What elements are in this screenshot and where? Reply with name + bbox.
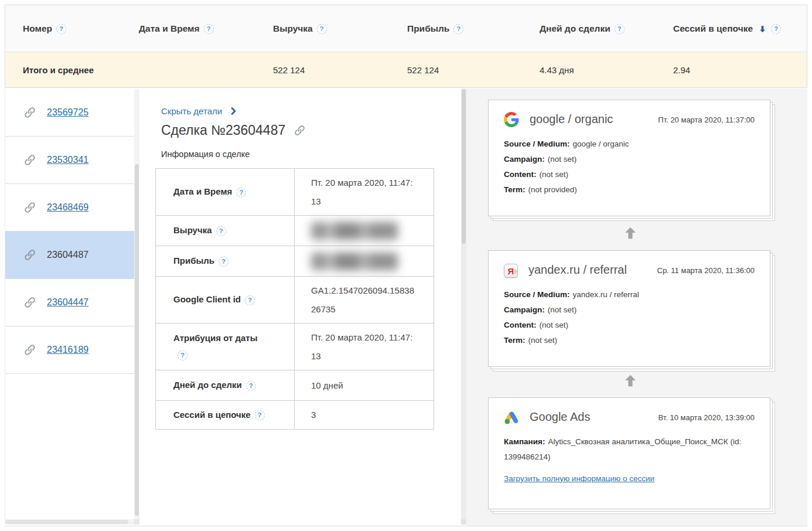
row-value: 10 дней [311, 376, 343, 395]
deal-list-item[interactable]: 23530341 [5, 137, 134, 184]
link-icon[interactable] [23, 106, 36, 119]
row-label: Атрибуция от даты [173, 333, 257, 343]
sidebar-hscrollbar-thumb[interactable] [5, 520, 128, 524]
help-icon[interactable]: ? [615, 24, 625, 34]
field-value: (not set) [540, 170, 569, 179]
field-value: (not set) [528, 336, 558, 345]
session-date: Пт. 20 марта 2020, 11:37:00 [658, 115, 755, 124]
row-label: Прибыль [173, 256, 214, 266]
deal-list-sidebar: 23569725 23530341 23468469 23604487 2360… [5, 89, 134, 519]
field-colon: : [534, 321, 537, 329]
column-header-profit[interactable]: Прибыль ? [407, 5, 463, 52]
link-icon[interactable] [23, 343, 36, 356]
sidebar-scrollbar-thumb[interactable] [135, 164, 139, 516]
redacted-value [311, 222, 398, 240]
summary-profit: 522 124 [407, 52, 439, 87]
google-logo-icon [504, 112, 519, 127]
field-colon: : [567, 139, 570, 148]
session-field: Term:(not set) [504, 333, 755, 348]
deal-list-item[interactable]: 23569725 [5, 89, 134, 137]
help-icon[interactable]: ? [236, 188, 246, 198]
row-label: Дней до сделки [173, 380, 242, 390]
column-header-days-to-deal[interactable]: Дней до сделки ? [540, 5, 625, 52]
deal-subtitle: Информация о сделке [161, 149, 250, 159]
session-card-google-organic: google / organic Пт. 20 марта 2020, 11:3… [488, 100, 770, 216]
field-label: Content [504, 170, 534, 179]
row-value: GA1.2.1547026094.1583826735 [311, 281, 417, 318]
hide-details-label: Скрыть детали [161, 106, 222, 116]
help-icon[interactable]: ? [246, 381, 256, 391]
link-icon[interactable] [23, 154, 36, 166]
help-icon[interactable]: ? [216, 226, 226, 236]
column-header-revenue[interactable]: Выручка ? [273, 5, 327, 52]
summary-label: Итого и среднее [23, 52, 94, 87]
column-label: Сессий в цепочке [673, 23, 753, 34]
field-colon: : [523, 185, 526, 194]
help-icon[interactable]: ? [453, 24, 463, 34]
help-icon[interactable]: ? [56, 24, 66, 34]
field-colon: : [543, 437, 545, 446]
session-field: Term:(not provided) [504, 182, 755, 198]
link-icon[interactable] [294, 124, 306, 137]
help-icon[interactable]: ? [255, 410, 265, 420]
help-icon[interactable]: ? [317, 24, 327, 34]
column-label: Выручка [273, 23, 313, 34]
deal-number-link[interactable]: 23416189 [47, 345, 88, 355]
detail-scrollbar-thumb[interactable] [462, 89, 466, 244]
field-label: Campaign [504, 305, 542, 314]
deal-number-link[interactable]: 23530341 [47, 155, 88, 165]
field-colon: : [523, 336, 526, 345]
session-field: Source / Medium:yandex.ru / referral [504, 287, 755, 302]
field-label: Кампания [504, 437, 543, 446]
arrow-up-icon [623, 226, 638, 241]
arrow-up-icon [623, 373, 638, 389]
row-label: Google Client id [173, 294, 241, 304]
help-icon[interactable]: ? [219, 257, 228, 267]
link-icon[interactable] [23, 296, 36, 309]
help-icon[interactable]: ? [245, 295, 255, 305]
column-header-sessions-in-chain[interactable]: Сессий в цепочке ? [673, 5, 781, 52]
deal-list-item-selected[interactable]: 23604487 [5, 232, 134, 279]
deal-number-link[interactable]: 23604447 [47, 297, 88, 308]
session-card-header: Google Ads Вт. 10 марта 2020, 13:39:00 [504, 410, 755, 425]
sidebar-scrollbar-track[interactable] [134, 89, 139, 519]
summary-days-to-deal: 4.43 дня [540, 52, 574, 87]
deal-analytics-page: Номер ? Дата и Время ? Выручка ? Прибыль… [0, 0, 812, 531]
session-field: Кампания:Alytics_Сквозная аналитика_Общи… [504, 434, 755, 465]
field-value: (not set) [548, 155, 577, 164]
field-label: Source / Medium [504, 290, 567, 299]
sidebar-hscrollbar-track[interactable] [5, 519, 134, 525]
link-icon[interactable] [23, 201, 36, 214]
deal-list-item[interactable]: 23416189 [5, 326, 134, 374]
field-colon: : [567, 290, 570, 299]
deal-list-item[interactable]: 23604447 [5, 279, 134, 326]
scrollbar-corner [461, 519, 466, 525]
detail-scrollbar-track[interactable] [461, 88, 466, 519]
help-icon[interactable]: ? [178, 350, 187, 360]
link-icon[interactable] [23, 249, 36, 261]
session-card-google-ads: Google Ads Вт. 10 марта 2020, 13:39:00 К… [488, 397, 770, 509]
field-value: (not provided) [528, 185, 577, 194]
field-colon: : [542, 155, 545, 164]
session-field: Content:(not set) [504, 167, 755, 182]
session-card-header: Я yandex.ru / referral Ср. 11 марта 2020… [504, 263, 755, 278]
deal-list-item[interactable]: 23468469 [5, 184, 134, 232]
table-row: Google Client id? GA1.2.1547026094.15838… [156, 277, 434, 324]
table-row: Выручка? [156, 216, 434, 246]
help-icon[interactable]: ? [771, 24, 781, 34]
column-header-number[interactable]: Номер ? [23, 5, 66, 52]
hide-details-link[interactable]: Скрыть детали [161, 106, 238, 116]
load-session-info-link[interactable]: Загрузить полную информацию о сессии [504, 474, 654, 483]
deal-number-link[interactable]: 23468469 [47, 202, 88, 213]
field-label: Content [504, 321, 534, 329]
deal-number-link[interactable]: 23569725 [47, 107, 88, 118]
summary-row: Итого и среднее 522 124 522 124 4.43 дня… [5, 52, 807, 87]
sort-desc-icon [758, 25, 767, 33]
help-icon[interactable]: ? [204, 24, 214, 34]
session-card-header: google / organic Пт. 20 марта 2020, 11:3… [504, 112, 755, 127]
row-value: Пт. 20 марта 2020, 11:47:13 [311, 328, 417, 365]
column-header-datetime[interactable]: Дата и Время ? [139, 5, 214, 52]
row-label: Дата и Время [173, 186, 232, 196]
session-card-body: Source / Medium:google / organic Campaig… [504, 137, 755, 198]
field-label: Term [504, 336, 523, 345]
